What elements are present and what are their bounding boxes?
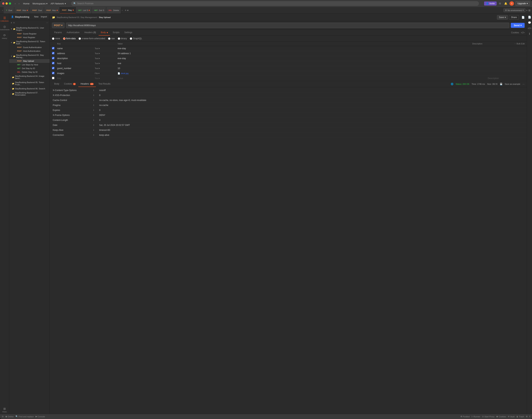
tab-scripts[interactable]: Scripts: [110, 30, 122, 36]
row-checkbox-address[interactable]: [52, 52, 54, 54]
radio-raw[interactable]: raw: [108, 37, 115, 40]
radio-urlencoded[interactable]: x-www-form-urlencoded: [79, 37, 105, 40]
footer-start-proxy[interactable]: ◎ Start Proxy: [482, 415, 494, 418]
tab-del-delete[interactable]: DEL Delete: [106, 7, 121, 14]
save-example-button[interactable]: Save as example: [505, 83, 520, 85]
resp-tab-test-results[interactable]: Test Results: [96, 81, 113, 87]
footer-runner[interactable]: ▷ Runner: [472, 415, 480, 418]
tabs-left-arrow[interactable]: ‹: [1, 9, 4, 12]
tab-menu-button[interactable]: ▾: [127, 9, 129, 12]
tab-settings[interactable]: Settings: [122, 30, 134, 36]
radio-none[interactable]: none: [52, 37, 60, 40]
grid-view-button[interactable]: ⊞: [528, 9, 531, 12]
cookies-link[interactable]: Cookies: [511, 31, 519, 34]
info-icon[interactable]: ℹ: [93, 129, 98, 131]
footer-grid[interactable]: ⊞: [526, 415, 528, 418]
radio-form-data[interactable]: form-data: [63, 37, 76, 40]
tree-group-header-3[interactable]: ▼ 📁 StayBooking Backend 03. Stay Manag..…: [9, 53, 50, 59]
environment-selector[interactable]: ⊟ No environment ▾: [504, 8, 525, 12]
row-checkbox-empty[interactable]: [52, 77, 54, 79]
send-button[interactable]: Send ▾: [511, 23, 525, 28]
type-select-guest-number[interactable]: Text ▾: [95, 67, 117, 70]
right-icon-code[interactable]: </>: [527, 26, 532, 30]
filter-button[interactable]: ≡: [13, 21, 14, 24]
maximize-button[interactable]: [9, 2, 11, 5]
row-checkbox-name[interactable]: [52, 47, 54, 49]
method-selector[interactable]: POST ▾: [52, 23, 65, 28]
add-tab-button[interactable]: +: [125, 9, 126, 12]
tree-item-get-stay[interactable]: GET Get Stay by ID: [9, 66, 50, 70]
info-icon[interactable]: ℹ: [93, 99, 98, 102]
share-button[interactable]: Share: [509, 15, 519, 20]
tree-group-header-2[interactable]: ▼ 📁 StayBooking Backend 02. Token Auth..…: [9, 39, 50, 46]
resp-tab-headers[interactable]: Headers 13: [78, 81, 96, 87]
avatar[interactable]: S: [509, 1, 514, 6]
forward-button[interactable]: ›: [18, 2, 20, 5]
info-icon[interactable]: ℹ: [93, 124, 98, 126]
footer-postbot[interactable]: ✿ Postbot: [461, 415, 469, 418]
tab-params[interactable]: Params: [52, 30, 64, 36]
api-network-menu[interactable]: API Network ▾: [51, 2, 66, 5]
tree-item-guest-auth[interactable]: POST Guest Authentication: [9, 46, 50, 49]
tab-post-gue[interactable]: POST Gue: [30, 7, 44, 14]
footer-vault[interactable]: ⊛ Vault: [508, 415, 515, 418]
docs-icon[interactable]: 📄: [521, 16, 525, 19]
resp-tab-cookies[interactable]: Cookies 1: [62, 81, 78, 87]
info-icon[interactable]: ℹ: [93, 94, 98, 97]
tree-item-delete-stay[interactable]: DEL Delete Stay by ID: [9, 70, 50, 74]
type-select-name[interactable]: Text ▾: [95, 47, 117, 50]
radio-graphql[interactable]: GraphQL: [130, 37, 142, 40]
url-input[interactable]: [66, 23, 509, 28]
sidebar-item-collections[interactable]: ☰ Collections: [0, 15, 9, 23]
right-icon-info[interactable]: ℹ: [529, 32, 531, 36]
tree-group-header-4[interactable]: › 📁 StayBooking Backend 04. Image Servi.…: [9, 74, 50, 80]
info-icon[interactable]: ℹ: [93, 114, 98, 117]
bulk-edit-button[interactable]: ··· Bulk Edit: [514, 43, 525, 45]
tree-group-header-5[interactable]: › 📁 StayBooking Backend 05. Token Prote.…: [9, 80, 50, 86]
tab-post-stay[interactable]: POST Stay: [60, 7, 76, 14]
row-checkbox-images[interactable]: [52, 72, 54, 74]
footer-console[interactable]: ▶ Console: [36, 415, 45, 418]
tab-authorization[interactable]: Authorization: [64, 30, 82, 36]
more-options-button[interactable]: ···: [46, 21, 48, 24]
row-checkbox-guest-number[interactable]: [52, 67, 54, 69]
footer-cookies[interactable]: ◉ Cookies: [496, 415, 506, 418]
minimize-button[interactable]: [6, 2, 8, 5]
tab-post-hos1[interactable]: POST Hos: [14, 7, 30, 14]
search-bar[interactable]: 🔍 Search Postman: [71, 1, 479, 6]
invite-button[interactable]: 👤 Invite: [484, 1, 497, 6]
env-add-button[interactable]: +: [526, 9, 528, 12]
tree-group-header-6[interactable]: › 📁 StayBooking Backend 06. Search: [9, 87, 50, 91]
info-icon[interactable]: ℹ: [93, 89, 98, 92]
tree-group-header-1[interactable]: ▼ 📁 StayBooking Backend 01. User Regist.…: [9, 26, 50, 32]
add-collection-button[interactable]: +: [11, 21, 12, 24]
upgrade-button[interactable]: Upgrade ▾: [515, 1, 530, 6]
new-button[interactable]: New: [33, 15, 39, 18]
type-select-host[interactable]: Text ▾: [95, 62, 117, 65]
row-checkbox-description[interactable]: [52, 57, 54, 59]
tab-headers[interactable]: Headers (9): [82, 30, 98, 36]
footer-find-replace[interactable]: 🔍 Find and replace: [15, 415, 34, 418]
type-select-address[interactable]: Text ▾: [95, 52, 117, 55]
settings-icon[interactable]: ⚙: [498, 2, 502, 5]
tabs-right-arrow[interactable]: ›: [121, 9, 123, 12]
response-more-button[interactable]: ···: [522, 82, 525, 86]
back-button[interactable]: ‹: [14, 2, 16, 5]
tab-body[interactable]: Body: [99, 30, 110, 36]
info-icon[interactable]: ℹ: [93, 109, 98, 111]
save-button[interactable]: Save ▾: [497, 15, 508, 20]
radio-binary[interactable]: binary: [118, 37, 127, 40]
resp-tab-body[interactable]: Body: [52, 81, 61, 87]
sidebar-item-history[interactable]: ⟳ History: [0, 32, 9, 40]
info-icon[interactable]: ℹ: [93, 134, 98, 136]
info-icon[interactable]: ℹ: [93, 104, 98, 106]
tree-item-list-stays[interactable]: GET List Stays by Host: [9, 63, 50, 66]
right-icon-comments[interactable]: 💬: [527, 21, 532, 25]
home-link[interactable]: Home: [23, 2, 29, 5]
workspaces-menu[interactable]: Workspaces ▾: [32, 2, 48, 5]
footer-online-status[interactable]: ◉ Online: [5, 415, 14, 418]
code-view-icon[interactable]: </>: [521, 31, 525, 34]
tree-item-host-register[interactable]: POST Host Register: [9, 36, 50, 39]
sidebar-item-environments[interactable]: ◎ Environments: [0, 24, 9, 32]
tab-t-gue[interactable]: T Gue: [4, 7, 14, 14]
